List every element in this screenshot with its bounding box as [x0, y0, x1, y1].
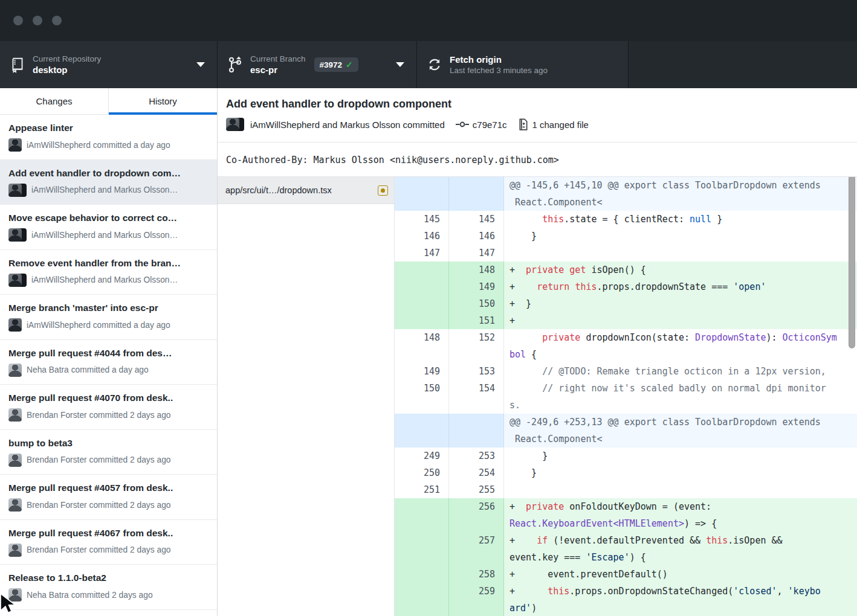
commit-title-text: Appease linter	[8, 121, 210, 135]
diff-code: @@ -145,6 +145,10 @@ export class Toolba…	[504, 177, 857, 211]
zoom-window-icon[interactable]	[52, 16, 62, 25]
diff-new-line-number: 254	[449, 464, 504, 481]
diff-old-line-number	[395, 566, 449, 583]
diff-context-line: 148152 private dropdownIcon(state: Dropd…	[395, 329, 857, 363]
commit-row[interactable]: Merge pull request #4056 from desk..	[0, 610, 217, 616]
diff-code: + private get isOpen() {	[504, 261, 857, 278]
diff-old-line-number: 149	[395, 363, 449, 380]
commit-meta-text: iAmWillShepherd and Markus Olsson…	[31, 185, 178, 194]
diff-code-line: private dropdownIcon(state: DropdownStat…	[509, 329, 857, 346]
author-avatars	[8, 274, 27, 287]
minimize-window-icon[interactable]	[33, 16, 42, 25]
diff-added-line: 258+ event.preventDefault()	[395, 566, 857, 583]
diff-context-line: 149153 // @TODO: Remake triangle octicon…	[395, 363, 857, 380]
commit-title: Add event handler to dropdown component	[226, 98, 857, 111]
commit-sha[interactable]: c79e71c	[473, 120, 507, 130]
ci-check-icon: ✓	[346, 60, 353, 69]
diff-new-line-number: 152	[449, 329, 504, 363]
diff-code: this.state = { clientRect: null }	[504, 211, 857, 228]
commit-row[interactable]: Move escape behavior to correct co…iAmWi…	[0, 205, 217, 250]
changed-files-panel: app/src/ui/t…/dropdown.tsx	[218, 177, 395, 616]
avatar	[8, 454, 22, 467]
diff-view: @@ -145,6 +145,10 @@ export class Toolba…	[395, 177, 857, 616]
avatar	[8, 228, 22, 242]
titlebar	[0, 0, 857, 41]
diff-new-line-number: 258	[449, 566, 504, 583]
diff-code-line: @@ -249,6 +253,13 @@ export class Toolba…	[509, 414, 857, 431]
diff-old-line-number: 249	[395, 448, 449, 464]
commit-row[interactable]: Merge pull request #4070 from desk..Bren…	[0, 385, 217, 430]
diff-new-line-number: 153	[449, 363, 504, 380]
diff-code-line: // @TODO: Remake triangle octicon in a 1…	[509, 363, 857, 380]
diff-old-line-number: 250	[395, 464, 449, 481]
diff-added-line: 256+ private onFoldoutKeyDown = (event:R…	[395, 498, 857, 532]
toolbar: Current Repository desktop Current Branc…	[0, 41, 857, 88]
file-row-dropdown-tsx[interactable]: app/src/ui/t…/dropdown.tsx	[218, 177, 394, 204]
diff-context-line: 147147	[395, 245, 857, 261]
commit-row[interactable]: Add event handler to dropdown com…iAmWil…	[0, 160, 217, 205]
commit-title-text: Release to 1.1.0-beta2	[8, 571, 210, 585]
fetch-origin-button[interactable]: Fetch origin Last fetched 3 minutes ago	[417, 41, 629, 88]
diff-old-line-number: 145	[395, 211, 449, 228]
current-repository-button[interactable]: Current Repository desktop	[0, 41, 218, 88]
diff-added-line: 150+ }	[395, 295, 857, 312]
diff-new-line-number	[449, 177, 504, 211]
commit-meta: Brendan Forster committed 2 days ago	[8, 454, 210, 467]
commit-row[interactable]: Remove event handler from the bran…iAmWi…	[0, 250, 217, 295]
diff-code-line: React.Component<	[509, 194, 857, 211]
diff-context-line: 251255	[395, 481, 857, 498]
diff-code: + }	[504, 295, 857, 312]
diff-code-line: bol {	[509, 346, 857, 363]
diff-context-line: 150154 // right now it's scaled badly on…	[395, 380, 857, 414]
diff-code-line	[509, 481, 857, 498]
diff-new-line-number: 148	[449, 261, 504, 278]
avatar	[8, 498, 22, 512]
commit-description-text: Co-Authored-By: Markus Olsson <niik@user…	[226, 155, 559, 165]
changed-files-count: 1 changed file	[532, 120, 589, 130]
diff-code-line: + private get isOpen() {	[509, 261, 857, 278]
tab-history[interactable]: History	[108, 88, 217, 114]
diff-code	[504, 481, 857, 498]
diff-new-line-number: 257	[449, 532, 504, 566]
diff-context-line: 145145 this.state = { clientRect: null }	[395, 211, 857, 228]
commit-row[interactable]: bump to beta3Brendan Forster committed 2…	[0, 430, 217, 475]
changed-file-icon	[518, 118, 529, 130]
diff-new-line-number: 149	[449, 278, 504, 295]
diff-context-line: 146146 }	[395, 228, 857, 245]
commit-meta: iAmWillShepherd committed a day ago	[8, 318, 210, 332]
diff-code-line: this.state = { clientRect: null }	[509, 211, 857, 228]
diff-old-line-number: 251	[395, 481, 449, 498]
commit-meta-text: Neha Batra committed a day ago	[27, 365, 149, 374]
commit-meta: iAmWillShepherd and Markus Olsson…	[8, 274, 210, 287]
diff-new-line-number: 146	[449, 228, 504, 245]
diff-code: +	[504, 312, 857, 329]
diff-old-line-number: 146	[395, 228, 449, 245]
diff-added-line: 149+ return this.props.dropdownState ===…	[395, 278, 857, 295]
diff-code-line: + }	[509, 295, 857, 312]
commit-row[interactable]: Merge pull request #4067 from desk..Bren…	[0, 520, 217, 565]
diff-code: + private onFoldoutKeyDown = (event:Reac…	[504, 498, 857, 532]
commit-meta-text: Brendan Forster committed 2 days ago	[27, 455, 171, 464]
current-branch-button[interactable]: Current Branch esc-pr #3972 ✓	[218, 41, 417, 88]
diff-code: private dropdownIcon(state: DropdownStat…	[504, 329, 857, 363]
tab-changes[interactable]: Changes	[0, 88, 108, 114]
commit-meta-text: Brendan Forster committed 2 days ago	[27, 501, 171, 510]
commit-meta: Brendan Forster committed 2 days ago	[8, 498, 210, 512]
commit-title-text: Move escape behavior to correct co…	[8, 211, 210, 225]
commit-meta: iAmWillShepherd and Markus Olsson…	[8, 184, 210, 197]
diff-old-line-number	[395, 532, 449, 566]
close-window-icon[interactable]	[13, 16, 23, 25]
diff-hunk-header: @@ -145,6 +145,10 @@ export class Toolba…	[395, 177, 857, 211]
sync-icon	[427, 57, 442, 72]
diff-code-line: event.key === 'Escape') {	[509, 549, 857, 566]
commit-meta-text: Brendan Forster committed 2 days ago	[27, 545, 171, 554]
diff-code: + if (!event.defaultPrevented && this.is…	[504, 532, 857, 566]
commit-row[interactable]: Appease linteriAmWillShepherd committed …	[0, 115, 217, 160]
commit-row[interactable]: Release to 1.1.0-beta2Neha Batra committ…	[0, 565, 217, 610]
diff-new-line-number: 256	[449, 498, 504, 532]
commit-row[interactable]: Merge branch 'master' into esc-priAmWill…	[0, 295, 217, 340]
commit-row[interactable]: Merge pull request #4057 from desk..Bren…	[0, 475, 217, 520]
diff-scrollbar[interactable]	[849, 177, 855, 348]
commit-title-text: Add event handler to dropdown com…	[8, 167, 210, 180]
commit-row[interactable]: Merge pull request #4044 from des…Neha B…	[0, 340, 217, 385]
